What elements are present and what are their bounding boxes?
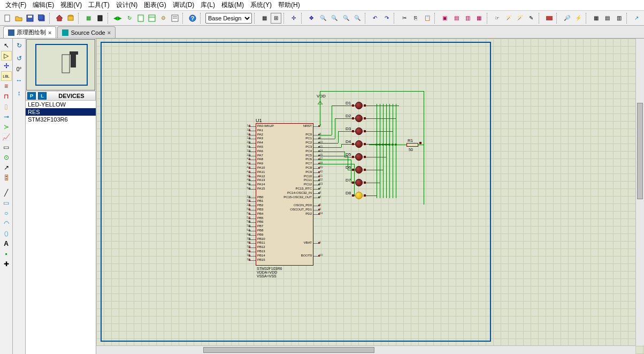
pin-tool-icon[interactable]: ≻ [1,122,12,132]
zoom-out-icon[interactable]: 🔍 [329,13,339,24]
move-icon[interactable]: ✥ [306,13,317,24]
menu-view[interactable]: 视图(V) [57,1,85,10]
menu-file[interactable]: 文件(F) [2,1,29,10]
led[interactable] [355,153,363,161]
probe-tool-icon[interactable]: ↗ [1,163,12,172]
zoom-fit-icon[interactable]: 🔍 [341,13,351,24]
horizontal-scrollbar[interactable] [96,345,635,354]
marker-tool-icon[interactable]: ✚ [1,259,12,269]
label-tool-icon[interactable]: LBL [1,71,12,81]
menu-graph[interactable]: 图表(G) [141,1,169,10]
db-icon[interactable] [66,13,76,24]
device-item[interactable]: RES [26,108,96,116]
page-icon[interactable] [135,13,145,24]
open-icon[interactable] [13,13,24,24]
block-delete-icon[interactable]: ▦ [474,13,484,24]
tab-source[interactable]: Source Code × [57,26,116,38]
flip-v-icon[interactable]: ↕ [14,88,25,98]
snap2-icon[interactable]: ⊞ [271,13,281,24]
copy-icon[interactable]: ⎘ [410,13,420,24]
find-icon[interactable]: 🔎 [562,13,572,24]
table-icon[interactable] [147,13,157,24]
design-select[interactable]: Base Design [205,13,252,24]
redo-icon[interactable]: ↷ [381,13,392,24]
devices-l-button[interactable]: L [38,92,47,100]
schematic-canvas[interactable]: U1 14PA0-WKUP15PA116PA217PA320PA421PA522… [96,39,644,354]
junction-tool-icon[interactable]: ✢ [1,61,12,71]
circle-tool-icon[interactable]: ○ [1,208,12,218]
select-tool-icon[interactable]: ↖ [1,41,12,50]
led[interactable] [355,115,363,122]
box-tool-icon[interactable]: ▭ [1,198,12,208]
zoom-area-icon[interactable]: 🔍 [352,13,362,24]
erc-icon[interactable]: ⚡ [573,13,583,24]
snap-icon[interactable]: ▦ [259,13,270,24]
report-icon[interactable]: ▥ [614,13,624,24]
text-tool-icon[interactable]: ≡ [1,81,12,91]
gear-icon[interactable]: ⚙ [158,13,168,24]
vertical-scrollbar[interactable] [635,39,644,345]
bus-tool-icon[interactable]: ⊓ [1,92,12,101]
new-icon[interactable] [2,13,12,24]
wizard3-icon[interactable]: ✎ [526,13,536,24]
menu-tools[interactable]: 工具(T) [85,1,112,10]
block-copy-icon[interactable]: ▣ [440,13,450,24]
led[interactable] [355,166,363,174]
pick-icon[interactable]: ☞ [492,13,502,24]
export-icon[interactable]: ↗ [632,13,642,24]
led[interactable] [355,140,363,148]
wizard2-icon[interactable]: 🪄 [515,13,525,24]
menu-design[interactable]: 设计(N) [113,1,141,10]
tab-schematic-close-icon[interactable]: × [48,29,51,36]
subcircuit-tool-icon[interactable]: ▯ [1,102,12,111]
bom-icon[interactable]: ▤ [602,13,612,24]
pcb-icon[interactable] [544,13,554,24]
block-move-icon[interactable]: ▤ [451,13,461,24]
line-tool-icon[interactable]: ╱ [1,188,12,198]
led[interactable] [355,179,363,186]
center-icon[interactable]: ✢ [288,13,298,24]
play-icon[interactable]: ◀▶ [113,13,123,24]
device-item[interactable]: LED-YELLOW [26,101,96,108]
device-item[interactable]: STM32F103R6 [26,116,96,123]
graph-tool-icon[interactable]: 📈 [1,132,12,142]
menu-library[interactable]: 库(L) [197,1,218,10]
arc-tool-icon[interactable]: ◠ [1,219,12,228]
resistor[interactable] [407,143,418,147]
devices-list[interactable]: LED-YELLOW RES STM32F103R6 [26,101,96,354]
menu-help[interactable]: 帮助(H) [275,1,303,10]
list-icon[interactable] [170,13,180,24]
netlist-icon[interactable]: ▦ [591,13,601,24]
menu-system[interactable]: 系统(Y) [247,1,275,10]
refresh-icon[interactable]: ↻ [124,13,134,24]
overview-preview[interactable] [26,39,95,91]
wizard-icon[interactable]: 🪄 [503,13,513,24]
tab-source-close-icon[interactable]: × [108,29,111,36]
cut-icon[interactable]: ✂ [399,13,409,24]
menu-template[interactable]: 模版(M) [218,1,247,10]
textelem-tool-icon[interactable]: A [1,239,12,248]
tape-tool-icon[interactable]: ▭ [1,142,12,152]
block-rotate-icon[interactable]: ▥ [463,13,473,24]
generator-tool-icon[interactable]: ⊙ [1,153,12,162]
component-tool-icon[interactable]: ▷ [1,51,12,61]
help-icon[interactable]: ? [188,13,198,24]
save-icon[interactable] [25,13,35,24]
devices-p-button[interactable]: P [27,92,36,100]
home-icon[interactable] [54,13,64,24]
ic-icon[interactable] [95,13,105,24]
led[interactable] [355,127,363,135]
menu-debug[interactable]: 调试(D) [170,1,198,10]
undo-icon[interactable]: ↶ [370,13,380,24]
path-tool-icon[interactable]: ⬯ [1,229,12,238]
paste-icon[interactable]: 📋 [422,13,432,24]
grid-icon[interactable]: ▦ [83,13,94,24]
save-all-icon[interactable] [36,13,47,24]
led[interactable] [355,102,363,109]
menu-edit[interactable]: 编辑(E) [29,1,57,10]
flip-h-icon[interactable]: ↔ [14,76,25,85]
tab-schematic[interactable]: 原理图绘制 × [3,26,56,38]
terminal-tool-icon[interactable]: ⊸ [1,112,12,122]
rotate-cw-icon[interactable]: ↻ [14,41,25,50]
symbol-tool-icon[interactable]: ▪ [1,249,12,259]
